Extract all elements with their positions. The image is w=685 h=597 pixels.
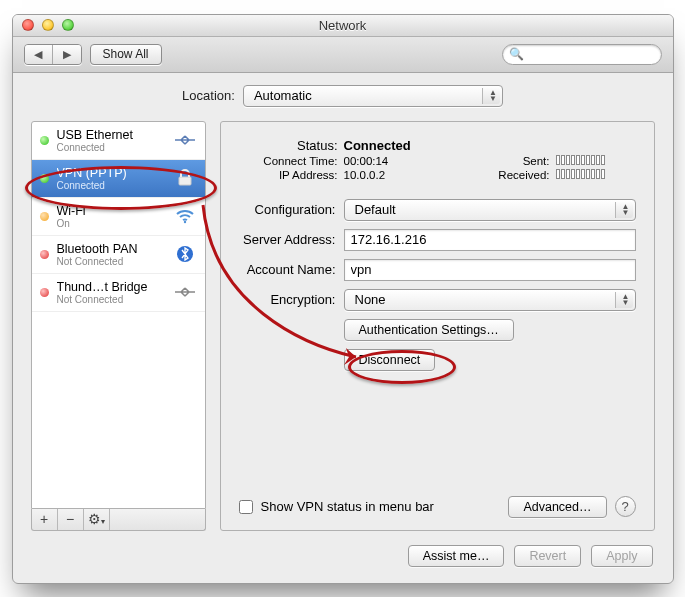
location-value: Automatic (254, 88, 312, 103)
lock-icon (173, 169, 197, 187)
sent-label: Sent: (486, 155, 556, 167)
sidebar-item-name: Thund…t Bridge (57, 280, 165, 294)
service-actions-button[interactable]: ⚙▾ (84, 509, 110, 530)
main-panel: Status: Connected Connect Time: 00:00:14… (220, 121, 655, 531)
status-dot-icon (40, 136, 49, 145)
location-label: Location: (182, 88, 235, 103)
svg-rect-0 (179, 177, 191, 185)
ip-value: 10.0.0.2 (344, 169, 486, 181)
configuration-label: Configuration: (239, 202, 344, 217)
show-vpn-status-label: Show VPN status in menu bar (261, 499, 434, 514)
received-label: Received: (486, 169, 556, 181)
status-label: Status: (239, 138, 344, 153)
disconnect-button[interactable]: Disconnect (344, 349, 436, 371)
sidebar-item-name: Bluetooth PAN (57, 242, 165, 256)
sidebar-item-text: VPN (PPTP) Connected (57, 166, 165, 191)
sidebar-item-sub: Connected (57, 142, 165, 153)
sidebar-item-bluetooth[interactable]: Bluetooth PAN Not Connected (32, 236, 205, 274)
ethernet-arrows-icon (173, 132, 197, 148)
sidebar-item-thunderbolt[interactable]: Thund…t Bridge Not Connected (32, 274, 205, 312)
titlebar: Network (13, 15, 673, 37)
status-dot-icon (40, 288, 49, 297)
sidebar-item-text: Thund…t Bridge Not Connected (57, 280, 165, 305)
sidebar-item-sub: Not Connected (57, 294, 165, 305)
forward-button[interactable]: ▶ (53, 45, 81, 64)
show-vpn-status-checkbox[interactable] (239, 500, 253, 514)
sidebar-item-usb-ethernet[interactable]: USB Ethernet Connected (32, 122, 205, 160)
status-block: Status: Connected Connect Time: 00:00:14… (239, 138, 636, 181)
show-all-button[interactable]: Show All (90, 44, 162, 65)
encryption-popup[interactable]: None ▲▼ (344, 289, 636, 311)
search-icon: 🔍 (509, 47, 524, 61)
sent-value (556, 155, 636, 167)
location-popup[interactable]: Automatic ▲▼ (243, 85, 503, 107)
wifi-icon (173, 208, 197, 224)
server-address-input[interactable] (344, 229, 636, 251)
configuration-popup[interactable]: Default ▲▼ (344, 199, 636, 221)
status-dot-icon (40, 174, 49, 183)
search-input[interactable] (528, 47, 655, 61)
back-button[interactable]: ◀ (25, 45, 53, 64)
form-block: Configuration: Default ▲▼ Server Address… (239, 199, 636, 371)
add-service-button[interactable]: + (32, 509, 58, 530)
sidebar-item-wifi[interactable]: Wi-Fi On (32, 198, 205, 236)
ip-label: IP Address: (239, 169, 344, 181)
toolbar: ◀ ▶ Show All 🔍 (13, 37, 673, 73)
remove-service-button[interactable]: − (58, 509, 84, 530)
sidebar-item-name: Wi-Fi (57, 204, 165, 218)
status-dot-icon (40, 212, 49, 221)
server-address-label: Server Address: (239, 232, 344, 247)
bluetooth-icon (173, 245, 197, 263)
encryption-label: Encryption: (239, 292, 344, 307)
panel-bottom-row: Show VPN status in menu bar Advanced… ? (239, 486, 636, 518)
sidebar-wrap: USB Ethernet Connected VPN (PPTP) Connec… (31, 121, 206, 531)
service-list: USB Ethernet Connected VPN (PPTP) Connec… (31, 121, 206, 509)
sidebar-item-sub: Not Connected (57, 256, 165, 267)
apply-button[interactable]: Apply (591, 545, 652, 567)
encryption-value: None (355, 292, 386, 307)
sidebar-toolbar: + − ⚙▾ (31, 509, 206, 531)
nav-segmented: ◀ ▶ (24, 44, 82, 65)
status-value: Connected (344, 138, 486, 153)
authentication-settings-button[interactable]: Authentication Settings… (344, 319, 514, 341)
preferences-window: Network ◀ ▶ Show All 🔍 Location: Automat… (12, 14, 674, 584)
account-name-input[interactable] (344, 259, 636, 281)
sidebar-item-text: USB Ethernet Connected (57, 128, 165, 153)
connect-time-value: 00:00:14 (344, 155, 486, 167)
sidebar-item-vpn[interactable]: VPN (PPTP) Connected (32, 160, 205, 198)
window-title: Network (13, 18, 673, 33)
status-dot-icon (40, 250, 49, 259)
revert-button[interactable]: Revert (514, 545, 581, 567)
search-field-wrap[interactable]: 🔍 (502, 44, 662, 65)
ethernet-arrows-icon (173, 284, 197, 300)
configuration-value: Default (355, 202, 396, 217)
content-area: USB Ethernet Connected VPN (PPTP) Connec… (13, 121, 673, 545)
received-value (556, 169, 636, 181)
svg-point-1 (183, 221, 185, 223)
advanced-button[interactable]: Advanced… (508, 496, 606, 518)
sidebar-item-text: Wi-Fi On (57, 204, 165, 229)
account-name-label: Account Name: (239, 262, 344, 277)
location-row: Location: Automatic ▲▼ (13, 73, 673, 121)
footer-buttons: Assist me… Revert Apply (13, 545, 673, 583)
sidebar-item-sub: Connected (57, 180, 165, 191)
sidebar-item-text: Bluetooth PAN Not Connected (57, 242, 165, 267)
sidebar-item-sub: On (57, 218, 165, 229)
connect-time-label: Connect Time: (239, 155, 344, 167)
assist-me-button[interactable]: Assist me… (408, 545, 505, 567)
sidebar-item-name: USB Ethernet (57, 128, 165, 142)
help-button[interactable]: ? (615, 496, 636, 517)
sidebar-item-name: VPN (PPTP) (57, 166, 165, 180)
